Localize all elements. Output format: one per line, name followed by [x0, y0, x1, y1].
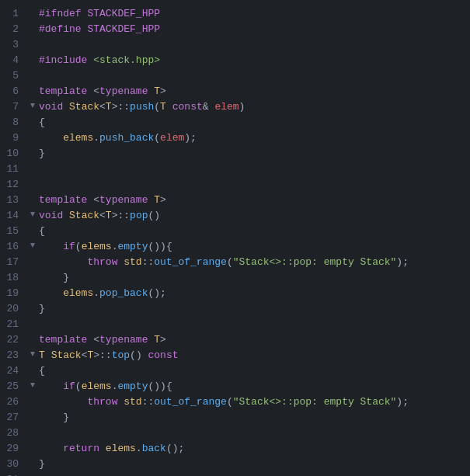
fold-indicator[interactable] [28, 441, 37, 457]
line-number: 7 [5, 99, 19, 115]
line-number: 14 [5, 208, 19, 224]
code-line: } [39, 457, 462, 472]
svg-marker-2 [30, 243, 35, 248]
line-number: 6 [5, 84, 19, 99]
line-number: 19 [5, 286, 19, 301]
code-line: #ifndef STACKDEF_HPP [39, 6, 462, 22]
code-line [39, 37, 462, 53]
code-line [39, 177, 462, 193]
code-line [39, 472, 462, 476]
fold-indicator[interactable] [28, 286, 37, 301]
code-line: if(elems.empty()){ [39, 239, 462, 255]
fold-indicator[interactable] [28, 22, 37, 37]
line-number: 3 [5, 37, 19, 53]
code-line [39, 426, 462, 441]
code-line: return elems.back(); [39, 441, 462, 457]
fold-indicator[interactable] [28, 208, 37, 224]
line-number: 9 [5, 130, 19, 146]
line-number: 30 [5, 457, 19, 472]
fold-indicator[interactable] [28, 363, 37, 379]
code-line: #include <stack.hpp> [39, 53, 462, 68]
fold-indicator[interactable] [28, 6, 37, 22]
line-number: 17 [5, 255, 19, 270]
fold-indicator[interactable] [28, 426, 37, 441]
line-number: 5 [5, 68, 19, 84]
line-number: 13 [5, 193, 19, 208]
fold-indicator[interactable] [28, 379, 37, 394]
line-number: 27 [5, 410, 19, 426]
fold-indicator[interactable] [28, 99, 37, 115]
code-line [39, 68, 462, 84]
fold-indicator[interactable] [28, 332, 37, 348]
fold-indicator[interactable] [28, 239, 37, 255]
fold-indicator[interactable] [28, 146, 37, 162]
line-numbers: 1234567891011121314151617181920212223242… [0, 6, 28, 476]
fold-indicator[interactable] [28, 270, 37, 286]
line-number: 28 [5, 426, 19, 441]
line-number: 16 [5, 239, 19, 255]
code-line [39, 162, 462, 177]
line-number: 21 [5, 317, 19, 332]
code-line: if(elems.empty()){ [39, 379, 462, 394]
code-line: } [39, 410, 462, 426]
line-number: 22 [5, 332, 19, 348]
code-line: elems.pop_back(); [39, 286, 462, 301]
svg-marker-3 [30, 352, 35, 356]
code-line: template <typename T> [39, 193, 462, 208]
line-number: 1 [5, 6, 19, 22]
svg-marker-0 [30, 103, 35, 108]
fold-indicator[interactable] [28, 130, 37, 146]
code-line: } [39, 146, 462, 162]
code-line: } [39, 270, 462, 286]
fold-indicator[interactable] [28, 472, 37, 476]
code-line: { [39, 115, 462, 130]
fold-indicator[interactable] [28, 317, 37, 332]
fold-indicator[interactable] [28, 348, 37, 363]
code-editor: 1234567891011121314151617181920212223242… [0, 0, 470, 476]
code-line: template <typename T> [39, 84, 462, 99]
line-number: 26 [5, 394, 19, 410]
code-line [39, 317, 462, 332]
fold-indicator[interactable] [28, 177, 37, 193]
line-number: 20 [5, 301, 19, 317]
line-number: 11 [5, 162, 19, 177]
code-line: throw std::out_of_range("Stack<>::pop: e… [39, 394, 462, 410]
line-number: 2 [5, 22, 19, 37]
svg-marker-4 [30, 383, 35, 387]
line-number: 23 [5, 348, 19, 363]
svg-marker-1 [30, 212, 35, 217]
line-number: 4 [5, 53, 19, 68]
code-line: } [39, 301, 462, 317]
fold-indicator[interactable] [28, 255, 37, 270]
line-number: 31 [5, 472, 19, 476]
code-line: void Stack<T>::push(T const& elem) [39, 99, 462, 115]
line-number: 15 [5, 224, 19, 239]
fold-indicators [28, 6, 39, 476]
fold-indicator[interactable] [28, 301, 37, 317]
fold-indicator[interactable] [28, 394, 37, 410]
code-line: T Stack<T>::top() const [39, 348, 462, 363]
code-line: void Stack<T>::pop() [39, 208, 462, 224]
fold-indicator[interactable] [28, 68, 37, 84]
code-line: elems.push_back(elem); [39, 130, 462, 146]
fold-indicator[interactable] [28, 84, 37, 99]
fold-indicator[interactable] [28, 53, 37, 68]
line-number: 29 [5, 441, 19, 457]
code-content: #ifndef STACKDEF_HPP#define STACKDEF_HPP… [39, 6, 470, 476]
code-line: #define STACKDEF_HPP [39, 22, 462, 37]
code-line: { [39, 363, 462, 379]
fold-indicator[interactable] [28, 224, 37, 239]
fold-indicator[interactable] [28, 193, 37, 208]
fold-indicator[interactable] [28, 115, 37, 130]
fold-indicator[interactable] [28, 457, 37, 472]
line-number: 18 [5, 270, 19, 286]
code-line: throw std::out_of_range("Stack<>::pop: e… [39, 255, 462, 270]
line-number: 24 [5, 363, 19, 379]
line-number: 25 [5, 379, 19, 394]
line-number: 10 [5, 146, 19, 162]
line-number: 12 [5, 177, 19, 193]
fold-indicator[interactable] [28, 37, 37, 53]
fold-indicator[interactable] [28, 162, 37, 177]
code-line: { [39, 224, 462, 239]
fold-indicator[interactable] [28, 410, 37, 426]
